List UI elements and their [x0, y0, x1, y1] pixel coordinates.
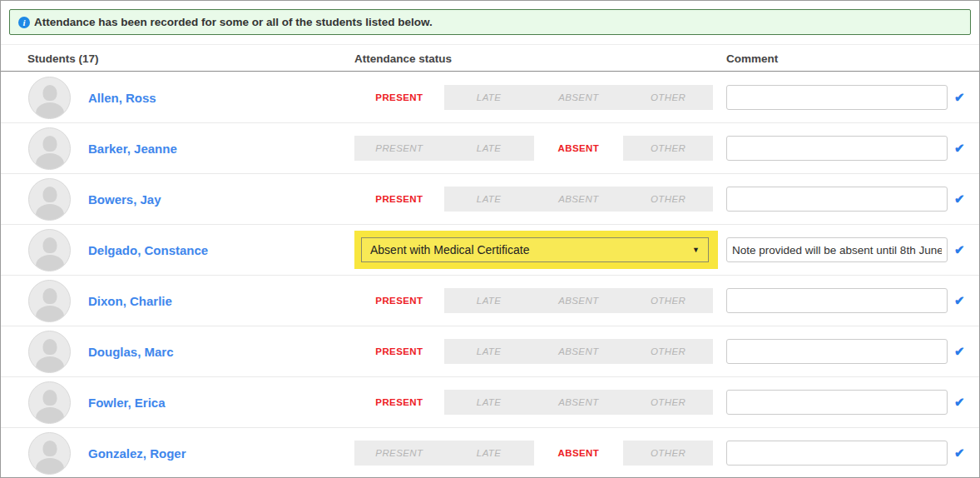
status-late-button[interactable]: LATE — [444, 187, 534, 212]
status-other-button[interactable]: OTHER — [623, 390, 713, 415]
status-present-button[interactable]: PRESENT — [354, 390, 444, 415]
student-name-link[interactable]: Douglas, Marc — [88, 345, 174, 359]
student-avatar — [28, 229, 71, 271]
info-banner: i Attendance has been recorded for some … — [9, 9, 971, 35]
saved-check-icon: ✔ — [954, 90, 965, 105]
status-column-header: Attendance status — [354, 52, 452, 65]
comment-column-header: Comment — [726, 52, 778, 65]
status-absent-button[interactable]: ABSENT — [534, 390, 624, 415]
status-late-button[interactable]: LATE — [444, 390, 534, 415]
attendance-status-group: PRESENT LATE ABSENT OTHER — [354, 390, 713, 415]
table-row: Barker, Jeanne PRESENT LATE ABSENT OTHER… — [1, 123, 979, 174]
attendance-page: i Attendance has been recorded for some … — [0, 0, 980, 478]
saved-check-icon: ✔ — [954, 344, 965, 359]
student-avatar — [28, 280, 71, 322]
table-row: Douglas, Marc PRESENT LATE ABSENT OTHER … — [1, 326, 979, 377]
saved-check-icon: ✔ — [954, 141, 965, 156]
comment-input[interactable] — [726, 441, 948, 466]
student-name-link[interactable]: Gonzalez, Roger — [88, 446, 186, 461]
status-absent-button[interactable]: ABSENT — [534, 187, 624, 212]
banner-text: Attendance has been recorded for some or… — [34, 16, 433, 28]
info-icon: i — [18, 17, 30, 28]
status-absent-button[interactable]: ABSENT — [534, 441, 624, 466]
status-present-button[interactable]: PRESENT — [354, 136, 444, 161]
saved-check-icon: ✔ — [954, 395, 965, 410]
saved-check-icon: ✔ — [954, 293, 965, 308]
status-other-button[interactable]: OTHER — [623, 441, 713, 466]
table-row: Bowers, Jay PRESENT LATE ABSENT OTHER ✔ — [1, 174, 979, 225]
saved-check-icon: ✔ — [954, 242, 965, 257]
comment-input[interactable] — [726, 288, 948, 313]
comment-input[interactable] — [726, 237, 948, 262]
comment-input[interactable] — [726, 136, 948, 161]
student-name-link[interactable]: Allen, Ross — [88, 91, 156, 105]
status-present-button[interactable]: PRESENT — [354, 187, 444, 212]
absence-reason-value: Absent with Medical Certificate — [370, 243, 692, 256]
student-name-link[interactable]: Fowler, Erica — [88, 396, 166, 410]
status-late-button[interactable]: LATE — [444, 441, 534, 466]
saved-check-icon: ✔ — [954, 192, 965, 207]
student-name-link[interactable]: Delgado, Constance — [88, 243, 208, 257]
status-late-button[interactable]: LATE — [444, 288, 534, 313]
status-absent-button[interactable]: ABSENT — [534, 288, 624, 313]
status-late-button[interactable]: LATE — [444, 136, 534, 161]
status-present-button[interactable]: PRESENT — [354, 85, 444, 110]
status-present-button[interactable]: PRESENT — [354, 339, 444, 364]
attendance-status-group: PRESENT LATE ABSENT OTHER — [354, 441, 713, 466]
student-name-link[interactable]: Bowers, Jay — [88, 192, 161, 207]
status-other-button[interactable]: OTHER — [623, 85, 713, 110]
attendance-status-group: PRESENT LATE ABSENT OTHER — [354, 288, 713, 313]
status-present-button[interactable]: PRESENT — [354, 288, 444, 313]
student-avatar — [28, 381, 71, 424]
table-row: Fowler, Erica PRESENT LATE ABSENT OTHER … — [1, 377, 979, 428]
table-row: Dixon, Charlie PRESENT LATE ABSENT OTHER… — [1, 276, 979, 326]
comment-input[interactable] — [726, 85, 948, 110]
students-column-header: Students (17) — [27, 52, 99, 65]
highlighted-reason-area: Absent with Medical Certificate ▼ — [354, 231, 718, 269]
status-other-button[interactable]: OTHER — [623, 187, 713, 212]
attendance-status-group: PRESENT LATE ABSENT OTHER — [354, 136, 713, 161]
comment-input[interactable] — [726, 187, 948, 212]
chevron-down-icon: ▼ — [692, 246, 700, 254]
status-absent-button[interactable]: ABSENT — [534, 136, 624, 161]
divider — [1, 44, 979, 45]
status-absent-button[interactable]: ABSENT — [534, 85, 624, 110]
status-late-button[interactable]: LATE — [444, 85, 534, 110]
student-avatar — [28, 178, 71, 221]
attendance-status-group: PRESENT LATE ABSENT OTHER — [354, 85, 713, 110]
table-header: Students (17) Attendance status Comment — [1, 51, 979, 72]
status-present-button[interactable]: PRESENT — [354, 441, 444, 466]
saved-check-icon: ✔ — [954, 446, 965, 461]
comment-input[interactable] — [726, 390, 948, 415]
status-other-button[interactable]: OTHER — [623, 339, 713, 364]
student-avatar — [28, 331, 71, 373]
attendance-status-group: PRESENT LATE ABSENT OTHER — [354, 339, 713, 364]
table-row: Delgado, Constance Absent with Medical C… — [1, 225, 979, 276]
status-absent-button[interactable]: ABSENT — [534, 339, 624, 364]
comment-input[interactable] — [726, 339, 948, 364]
absence-reason-select[interactable]: Absent with Medical Certificate ▼ — [361, 237, 709, 262]
status-other-button[interactable]: OTHER — [623, 136, 713, 161]
student-rows: Allen, Ross PRESENT LATE ABSENT OTHER ✔ … — [1, 72, 979, 478]
status-late-button[interactable]: LATE — [444, 339, 534, 364]
student-name-link[interactable]: Dixon, Charlie — [88, 294, 172, 308]
student-name-link[interactable]: Barker, Jeanne — [88, 142, 177, 156]
student-avatar — [28, 77, 71, 119]
table-row: Allen, Ross PRESENT LATE ABSENT OTHER ✔ — [1, 72, 979, 123]
student-avatar — [28, 127, 71, 170]
status-other-button[interactable]: OTHER — [623, 288, 713, 313]
student-avatar — [28, 432, 71, 475]
attendance-status-group: PRESENT LATE ABSENT OTHER — [354, 187, 713, 212]
table-row: Gonzalez, Roger PRESENT LATE ABSENT OTHE… — [1, 428, 979, 478]
